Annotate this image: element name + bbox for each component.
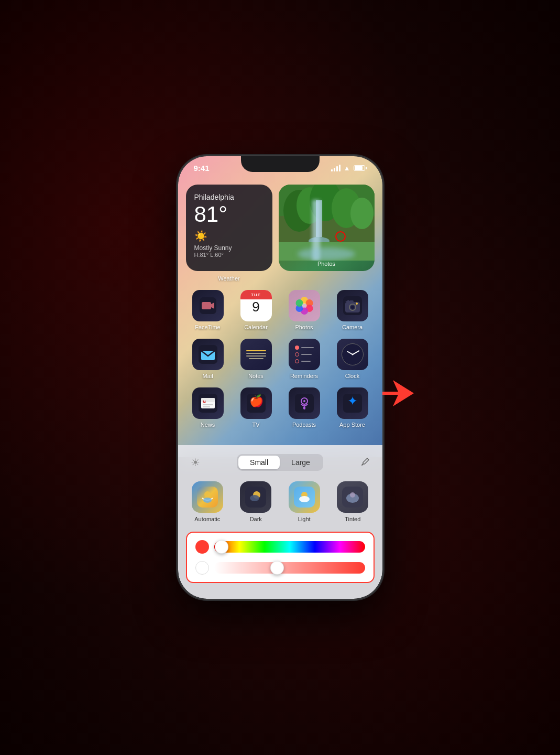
svg-rect-40 bbox=[303, 406, 305, 409]
large-button[interactable]: Large bbox=[280, 456, 322, 469]
variant-row: Automatic Dark bbox=[186, 481, 375, 522]
photos-waterfall-image bbox=[279, 185, 375, 261]
app-photos[interactable]: Photos bbox=[282, 290, 326, 330]
svg-line-43 bbox=[362, 464, 363, 465]
battery-icon bbox=[354, 165, 367, 171]
svg-point-25 bbox=[351, 306, 354, 309]
bottom-panel: ☀ Small Large bbox=[178, 445, 382, 599]
svg-rect-11 bbox=[202, 302, 211, 309]
opacity-slider-track[interactable] bbox=[214, 562, 365, 574]
svg-point-19 bbox=[302, 303, 307, 308]
svg-text:✦: ✦ bbox=[347, 394, 358, 408]
signal-icon bbox=[331, 165, 341, 171]
svg-point-55 bbox=[350, 492, 355, 498]
opacity-slider-row bbox=[195, 561, 365, 575]
svg-rect-7 bbox=[316, 200, 322, 237]
svg-point-46 bbox=[203, 498, 212, 503]
svg-rect-34 bbox=[203, 406, 210, 407]
variant-dark-label: Dark bbox=[250, 516, 262, 522]
rainbow-slider-thumb[interactable] bbox=[215, 540, 228, 554]
app-news[interactable]: N News bbox=[186, 387, 230, 428]
app-calendar[interactable]: TUE 9 Calendar bbox=[234, 290, 278, 330]
status-time: 9:41 bbox=[194, 164, 210, 172]
app-mail[interactable]: Mail bbox=[186, 339, 230, 379]
weather-high-low: H:81° L:60° bbox=[194, 252, 264, 258]
app-appstore-label: App Store bbox=[339, 422, 365, 428]
svg-rect-37 bbox=[295, 394, 314, 413]
svg-text:N: N bbox=[203, 400, 206, 404]
color-sliders-panel bbox=[186, 532, 375, 583]
weather-city: Philadelphia bbox=[194, 193, 264, 201]
weather-widget[interactable]: Philadelphia 81° ☀️ Mostly Sunny H:81° L… bbox=[186, 185, 272, 271]
weather-temp: 81° bbox=[194, 203, 264, 225]
app-reminders-label: Reminders bbox=[290, 373, 318, 379]
variant-tinted[interactable]: Tinted bbox=[331, 481, 375, 522]
rainbow-slider-row bbox=[195, 540, 365, 554]
home-content: Philadelphia 81° ☀️ Mostly Sunny H:81° L… bbox=[178, 179, 382, 599]
variant-automatic[interactable]: Automatic bbox=[186, 481, 229, 522]
calendar-day: 9 bbox=[252, 299, 259, 315]
app-notes-label: Notes bbox=[248, 373, 263, 379]
variant-automatic-label: Automatic bbox=[194, 516, 220, 522]
phone-frame: 9:41 ▲ Philadelp bbox=[178, 156, 382, 599]
app-reminders[interactable]: Reminders bbox=[282, 339, 326, 379]
app-calendar-label: Calendar bbox=[244, 324, 268, 330]
svg-point-45 bbox=[204, 491, 211, 498]
variant-tinted-label: Tinted bbox=[345, 516, 360, 522]
app-mail-label: Mail bbox=[202, 373, 213, 379]
red-arrow-indicator bbox=[382, 380, 414, 406]
variant-light[interactable]: Light bbox=[283, 481, 326, 522]
svg-point-39 bbox=[303, 400, 305, 402]
photos-label: Photos bbox=[279, 261, 375, 267]
svg-text:🍎: 🍎 bbox=[249, 394, 263, 408]
small-button[interactable]: Small bbox=[238, 456, 280, 469]
variant-light-label: Light bbox=[298, 516, 311, 522]
svg-point-6 bbox=[350, 198, 374, 229]
svg-rect-33 bbox=[203, 404, 213, 405]
app-appstore[interactable]: ✦ App Store bbox=[331, 387, 375, 428]
eyedropper-button[interactable] bbox=[355, 453, 374, 472]
app-facetime[interactable]: FaceTime bbox=[186, 290, 230, 330]
brightness-icon[interactable]: ☀ bbox=[186, 453, 205, 472]
size-toggle: Small Large bbox=[237, 454, 323, 471]
app-facetime-label: FaceTime bbox=[195, 324, 221, 330]
app-clock[interactable]: Clock bbox=[331, 339, 375, 379]
weather-description: Mostly Sunny bbox=[194, 244, 264, 252]
svg-point-26 bbox=[356, 303, 358, 305]
red-dot bbox=[195, 540, 209, 554]
status-icons: ▲ bbox=[331, 164, 367, 172]
app-tv[interactable]: 🍎 TV bbox=[234, 387, 278, 428]
variant-dark[interactable]: Dark bbox=[234, 481, 278, 522]
calendar-month: TUE bbox=[240, 290, 272, 299]
wifi-icon: ▲ bbox=[344, 164, 350, 172]
size-toggle-row: ☀ Small Large bbox=[186, 453, 375, 472]
svg-marker-56 bbox=[382, 380, 414, 406]
app-podcasts-label: Podcasts bbox=[292, 422, 316, 428]
svg-rect-9 bbox=[279, 242, 375, 261]
notch bbox=[241, 156, 320, 172]
app-news-label: News bbox=[201, 422, 215, 428]
app-tv-label: TV bbox=[252, 422, 259, 428]
app-grid: FaceTime TUE 9 Calendar bbox=[186, 290, 375, 428]
app-clock-label: Clock bbox=[345, 373, 360, 379]
photos-widget[interactable]: Photos bbox=[279, 185, 375, 271]
svg-point-49 bbox=[250, 495, 259, 501]
svg-point-52 bbox=[299, 496, 310, 502]
cursor-indicator bbox=[335, 231, 346, 242]
screen: 9:41 ▲ Philadelp bbox=[178, 156, 382, 599]
weather-widget-label: Weather bbox=[186, 275, 272, 282]
opacity-slider-thumb[interactable] bbox=[270, 561, 284, 575]
svg-rect-23 bbox=[349, 300, 354, 303]
app-podcasts[interactable]: Podcasts bbox=[282, 387, 326, 428]
rainbow-slider-track[interactable] bbox=[214, 541, 365, 553]
widgets-row: Philadelphia 81° ☀️ Mostly Sunny H:81° L… bbox=[186, 185, 375, 271]
app-notes[interactable]: Notes bbox=[234, 339, 278, 379]
weather-sun-icon: ☀️ bbox=[194, 230, 264, 242]
app-camera[interactable]: Camera bbox=[331, 290, 375, 330]
app-photos-label: Photos bbox=[295, 324, 313, 330]
app-camera-label: Camera bbox=[342, 324, 363, 330]
white-dot bbox=[195, 561, 209, 575]
